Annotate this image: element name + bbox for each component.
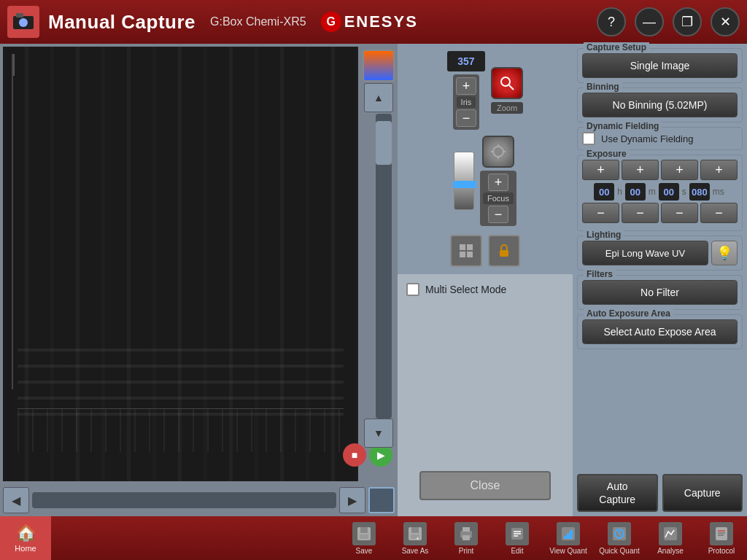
exposure-plus-buttons: + + + + [582, 160, 738, 180]
svg-rect-14 [467, 252, 473, 257]
save-as-toolbar-button[interactable]: + Save As [390, 516, 441, 560]
exp-minutes-unit: m [649, 187, 656, 197]
app-icon [7, 6, 39, 38]
exp-minus-1[interactable]: − [582, 203, 619, 223]
exposure-label: Exposure [584, 149, 630, 159]
zoom-button[interactable] [491, 67, 523, 99]
bulb-icon: 💡 [716, 245, 732, 261]
zoom-control: Zoom [491, 67, 523, 114]
svg-text:+: + [416, 535, 419, 542]
svg-rect-25 [462, 535, 470, 540]
exposure-slider [454, 152, 474, 210]
quick-quant-icon [608, 522, 631, 545]
scroll-up-button[interactable]: ▲ [364, 83, 393, 112]
right-arrow-icon: ▶ [348, 494, 357, 508]
exp-plus-1[interactable]: + [582, 160, 619, 180]
logo-g-icon: G [321, 12, 341, 32]
settings-button[interactable] [450, 235, 482, 267]
pan-left-button[interactable]: ◀ [3, 487, 29, 513]
lighting-bulb-button[interactable]: 💡 [711, 241, 738, 265]
auto-capture-button[interactable]: Auto Capture [577, 474, 658, 512]
save-as-icon: + [403, 522, 427, 545]
exp-minus-2[interactable]: − [622, 203, 659, 223]
dynamic-fielding-checkbox[interactable] [582, 132, 595, 145]
close-button[interactable]: Close [419, 471, 551, 500]
filter-button[interactable]: No Filter [582, 280, 738, 305]
print-label: Print [459, 547, 474, 555]
svg-line-4 [509, 85, 514, 90]
svg-point-2 [19, 18, 28, 27]
protocol-label: Protocol [708, 547, 735, 555]
capture-setup-section: Capture Setup Single Image [577, 48, 743, 83]
image-panel: ▲ ▼ [0, 44, 398, 516]
iris-row: 357 + Iris − Zoom [405, 51, 565, 130]
edit-toolbar-button[interactable]: Edit [492, 516, 543, 560]
quick-quant-toolbar-button[interactable]: Quick Quant [594, 516, 645, 560]
focus-plus-button[interactable]: + [488, 174, 508, 191]
slider-track[interactable] [454, 152, 474, 210]
color-gradient-button[interactable] [363, 50, 395, 82]
iris-plus-button[interactable]: + [456, 77, 476, 95]
save-toolbar-button[interactable]: Save [338, 516, 390, 560]
binning-button[interactable]: No Binning (5.02MP) [582, 93, 738, 117]
home-toolbar-button[interactable]: 🏠 Home [0, 516, 51, 560]
bottom-controls: ◀ ▶ [0, 484, 398, 516]
horizontal-scrollbar[interactable] [32, 492, 336, 508]
exp-ms-unit: ms [713, 187, 724, 197]
auto-expose-area-button[interactable]: Select Auto Expose Area [582, 319, 738, 344]
help-button[interactable]: ? [597, 7, 626, 36]
focus-control: + Focus − [480, 136, 516, 226]
left-arrow-icon: ◀ [12, 494, 20, 508]
filters-section: Filters No Filter [577, 275, 743, 310]
single-image-button[interactable]: Single Image [582, 53, 738, 78]
filters-label: Filters [584, 269, 616, 279]
capture-button[interactable]: Capture [662, 474, 743, 512]
exp-plus-3[interactable]: + [661, 160, 698, 180]
minimize-button[interactable]: — [635, 7, 664, 36]
exp-seconds-value: 00 [659, 183, 679, 201]
vertical-scrollbar[interactable] [376, 114, 392, 419]
multi-select-checkbox[interactable] [406, 283, 419, 296]
svg-rect-32 [567, 533, 570, 539]
focus-button[interactable] [482, 136, 514, 168]
print-icon [454, 522, 478, 545]
exp-hours-unit: h [617, 187, 622, 197]
svg-rect-15 [500, 250, 508, 257]
exp-minus-4[interactable]: − [700, 203, 738, 223]
exp-hours-value: 00 [594, 183, 614, 201]
lighting-row: Epi Long Wave UV 💡 [582, 241, 738, 265]
logo-text: ENESYS [344, 12, 418, 31]
exp-minutes-value: 00 [625, 183, 646, 201]
thumbnail-view-button[interactable] [368, 487, 395, 513]
svg-rect-11 [460, 244, 465, 250]
scroll-down-button[interactable]: ▼ [364, 419, 393, 448]
focus-label: Focus [483, 192, 514, 204]
save-as-label: Save As [402, 547, 429, 555]
exp-ms-value: 080 [689, 183, 710, 201]
print-toolbar-button[interactable]: Print [441, 516, 492, 560]
protocol-toolbar-button[interactable]: Protocol [696, 516, 747, 560]
focus-minus-button[interactable]: − [488, 206, 508, 223]
save-icon [352, 522, 376, 545]
exp-minus-3[interactable]: − [661, 203, 698, 223]
close-button[interactable]: ✕ [711, 7, 740, 36]
exp-plus-2[interactable]: + [622, 160, 659, 180]
home-label: Home [15, 544, 36, 553]
bottom-toolbar: 🏠 Home Save + [0, 516, 747, 560]
view-quant-toolbar-button[interactable]: View Quant [543, 516, 594, 560]
iris-control: 357 + Iris − [447, 51, 485, 130]
lock-button[interactable] [488, 235, 520, 267]
lighting-type-button[interactable]: Epi Long Wave UV [582, 241, 708, 265]
app-title: Manual Capture [48, 11, 196, 34]
view-quant-label: View Quant [549, 547, 587, 555]
iris-button-box: + Iris − [453, 74, 479, 130]
exp-plus-4[interactable]: + [700, 160, 738, 180]
svg-rect-13 [460, 252, 465, 257]
analyse-icon [659, 522, 682, 545]
iris-minus-button[interactable]: − [456, 109, 476, 127]
restore-button[interactable]: ❐ [673, 7, 702, 36]
slider-handle [453, 181, 476, 188]
edit-label: Edit [511, 547, 523, 555]
analyse-toolbar-button[interactable]: Analyse [645, 516, 696, 560]
pan-right-button[interactable]: ▶ [339, 487, 365, 513]
